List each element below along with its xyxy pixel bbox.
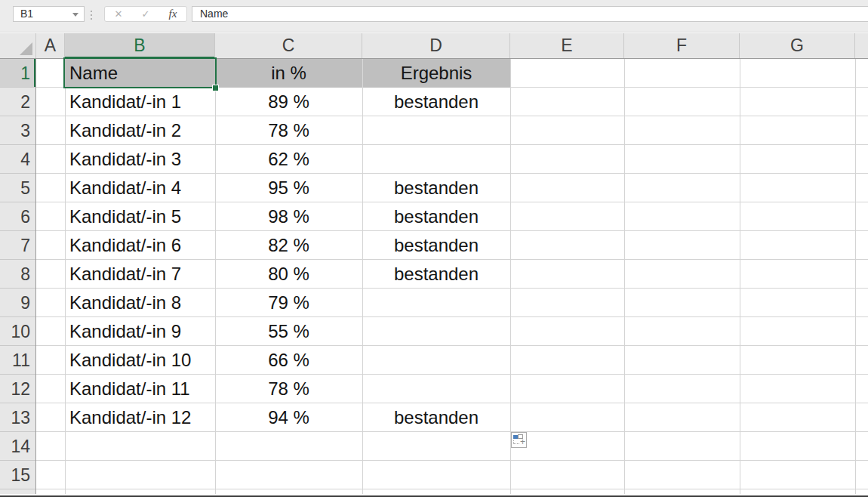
row-header-8[interactable]: 8 (0, 260, 35, 289)
cell-b3[interactable]: Kandidat/-in 2 (69, 116, 181, 145)
cell-c13[interactable]: 94 % (215, 403, 362, 432)
cell-d7[interactable]: bestanden (362, 231, 510, 260)
sheet-grid[interactable]: Name in % Ergebnis Kandidat/-in 1 89 % b… (36, 59, 868, 494)
row-header-3[interactable]: 3 (0, 116, 35, 145)
row-header-6[interactable]: 6 (0, 202, 35, 231)
autofill-options-button[interactable]: + (511, 432, 527, 448)
selection-outline (63, 57, 217, 88)
cell-c5[interactable]: 95 % (215, 174, 362, 202)
cell-b12[interactable]: Kandidat/-in 11 (69, 375, 190, 403)
cell-b11[interactable]: Kandidat/-in 10 (69, 346, 191, 375)
cancel-button[interactable]: ✕ (105, 7, 132, 21)
column-header-f[interactable]: F (624, 33, 740, 58)
select-all-button[interactable] (0, 33, 36, 58)
row-header-13[interactable]: 13 (0, 403, 35, 432)
cell-d10[interactable] (362, 317, 510, 346)
cell-d2[interactable]: bestanden (362, 88, 510, 116)
cell-b13[interactable]: Kandidat/-in 12 (69, 403, 191, 432)
cell-c2[interactable]: 89 % (215, 88, 362, 116)
column-headers: A B C D E F G (0, 33, 868, 59)
cell-d13[interactable]: bestanden (362, 403, 510, 432)
row-header-1[interactable]: 1 (0, 59, 35, 88)
name-box-dropdown-icon[interactable] (72, 13, 78, 17)
cell-c11[interactable]: 66 % (215, 346, 362, 375)
row-header-10[interactable]: 10 (0, 317, 35, 346)
cell-c3[interactable]: 78 % (215, 116, 362, 145)
column-header-b[interactable]: B (65, 33, 215, 58)
cell-b8[interactable]: Kandidat/-in 7 (69, 260, 181, 289)
cell-c1[interactable]: in % (215, 59, 362, 88)
cell-d4[interactable] (362, 145, 510, 174)
cell-c10[interactable]: 55 % (215, 317, 362, 346)
enter-button[interactable]: ✓ (132, 7, 159, 21)
row-header-7[interactable]: 7 (0, 231, 35, 260)
row-headers: 1 2 3 4 5 6 7 8 9 10 11 12 13 14 15 (0, 59, 36, 494)
formula-input[interactable]: Name (192, 6, 868, 22)
autofill-options-plus-icon: + (520, 437, 525, 446)
row-header-14[interactable]: 14 (0, 432, 35, 461)
column-header-g[interactable]: G (740, 33, 855, 58)
row-header-12[interactable]: 12 (0, 375, 35, 403)
cell-b10[interactable]: Kandidat/-in 9 (69, 317, 181, 346)
cell-c9[interactable]: 79 % (215, 289, 362, 317)
cell-d12[interactable] (362, 375, 510, 403)
row-header-4[interactable]: 4 (0, 145, 35, 174)
cell-b4[interactable]: Kandidat/-in 3 (69, 145, 181, 174)
cell-b9[interactable]: Kandidat/-in 8 (69, 289, 181, 317)
cell-d8[interactable]: bestanden (362, 260, 510, 289)
select-all-icon (20, 42, 32, 55)
formula-buttons-group: ✕ ✓ fx (104, 6, 187, 22)
cell-d1[interactable]: Ergebnis (362, 59, 510, 88)
cell-b6[interactable]: Kandidat/-in 5 (69, 202, 181, 231)
cell-c12[interactable]: 78 % (215, 375, 362, 403)
column-header-e[interactable]: E (510, 33, 624, 58)
cell-d3[interactable] (362, 116, 510, 145)
cell-b2[interactable]: Kandidat/-in 1 (69, 88, 181, 116)
formula-bar-separator-icon (91, 11, 92, 20)
column-header-a[interactable]: A (36, 33, 65, 58)
row-header-9[interactable]: 9 (0, 289, 35, 317)
row-header-5[interactable]: 5 (0, 174, 35, 202)
cell-b7[interactable]: Kandidat/-in 6 (69, 231, 181, 260)
name-box[interactable]: B1 (13, 6, 85, 22)
row-header-11[interactable]: 11 (0, 346, 35, 375)
formula-bar-region: B1 ✕ ✓ fx Name (0, 0, 868, 32)
fill-handle[interactable] (212, 85, 219, 91)
name-box-value: B1 (20, 8, 33, 20)
insert-function-button[interactable]: fx (159, 7, 186, 21)
column-header-d[interactable]: D (362, 33, 510, 58)
cell-b5[interactable]: Kandidat/-in 4 (69, 174, 181, 202)
row-header-15[interactable]: 15 (0, 461, 35, 489)
column-header-c[interactable]: C (215, 33, 362, 58)
cell-c8[interactable]: 80 % (215, 260, 362, 289)
cell-c6[interactable]: 98 % (215, 202, 362, 231)
cell-c7[interactable]: 82 % (215, 231, 362, 260)
autofill-options-icon-dash (513, 440, 519, 444)
cell-d5[interactable]: bestanden (362, 174, 510, 202)
cell-d9[interactable] (362, 289, 510, 317)
cell-d11[interactable] (362, 346, 510, 375)
row-header-2[interactable]: 2 (0, 88, 35, 116)
cell-c4[interactable]: 62 % (215, 145, 362, 174)
cell-d6[interactable]: bestanden (362, 202, 510, 231)
